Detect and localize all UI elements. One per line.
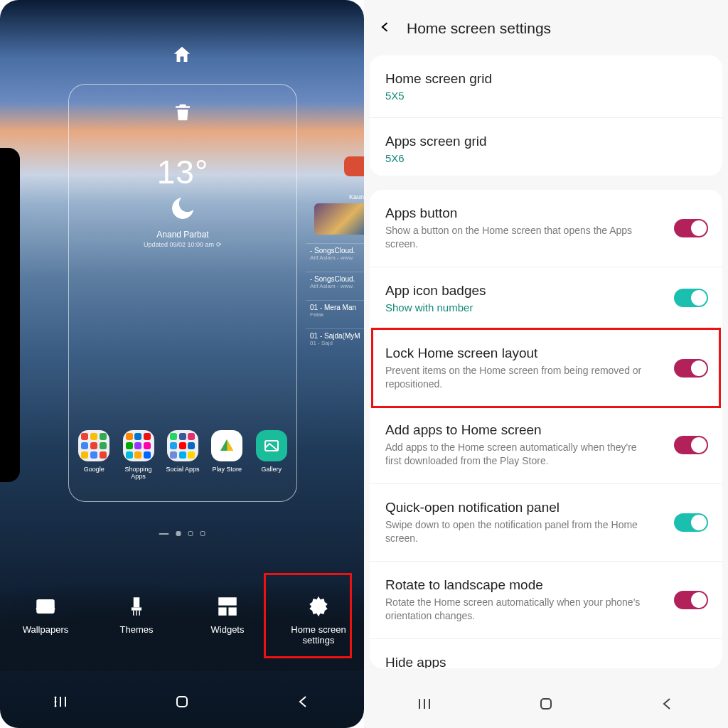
back-icon[interactable]	[378, 20, 392, 37]
home-edit-pane: 13° Anand Parbat Updated 09/02 10:00 am …	[0, 0, 364, 728]
svg-rect-7	[218, 597, 237, 605]
setting-rotate-to-landscape-mode[interactable]: Rotate to landscape modeRotate the Home …	[370, 561, 722, 638]
peek-track[interactable]: - SongsCloud.Atif Aslam - www.	[306, 272, 364, 292]
peek-track[interactable]: - SongsCloud.Atif Aslam - www.	[306, 243, 364, 264]
setting-apps-screen-grid[interactable]: Apps screen grid5X6	[370, 117, 722, 176]
settings-card-options: Apps buttonShow a button on the Home scr…	[370, 190, 722, 668]
app-play-store[interactable]: Play Store	[206, 430, 247, 480]
edit-wallpaper-button[interactable]: Wallpapers	[6, 587, 85, 653]
apps-row: GoogleShopping AppsSocial AppsPlay Store…	[69, 430, 296, 480]
app-social-apps[interactable]: Social Apps	[162, 430, 203, 480]
home-button[interactable]	[537, 695, 555, 715]
setting-add-apps-to-home-screen[interactable]: Add apps to Home screenAdd apps to the H…	[370, 406, 722, 483]
toggle[interactable]	[674, 591, 708, 609]
peek-track[interactable]: 01 - Mera ManFalak	[306, 300, 364, 321]
setting-lock-home-screen-layout[interactable]: Lock Home screen layoutPrevent items on …	[370, 329, 722, 407]
edit-brush-button[interactable]: Themes	[97, 587, 176, 653]
weather-temp: 13°	[69, 153, 296, 191]
toggle[interactable]	[674, 359, 708, 378]
app-google[interactable]: Google	[73, 430, 114, 480]
toggle[interactable]	[674, 289, 708, 307]
toggle[interactable]	[674, 436, 708, 454]
recents-button[interactable]	[416, 695, 433, 715]
settings-pane: Home screen settings Home screen grid5X5…	[364, 0, 728, 728]
peek-track[interactable]: 01 - Sajda(MyM01 - Sajd	[306, 328, 364, 349]
setting-hide-apps[interactable]: Hide apps	[370, 638, 722, 669]
svg-rect-3	[132, 607, 141, 610]
peek-poster[interactable]	[314, 203, 364, 235]
weather-updated: Updated 09/02 10:00 am	[69, 241, 296, 248]
toggle[interactable]	[674, 219, 708, 237]
setting-apps-button[interactable]: Apps buttonShow a button on the Home scr…	[370, 190, 722, 267]
page-peek-right[interactable]: Kaun - SongsCloud.Atif Aslam - www.- Son…	[306, 148, 364, 482]
back-button[interactable]	[659, 695, 676, 715]
page-indicator[interactable]	[159, 531, 205, 536]
edit-row: WallpapersThemesWidgetsHome screen setti…	[0, 587, 364, 653]
back-button[interactable]	[295, 693, 312, 713]
app-gallery[interactable]: Gallery	[251, 430, 292, 480]
page-peek-left[interactable]	[0, 148, 20, 482]
app-shopping-apps[interactable]: Shopping Apps	[118, 430, 159, 480]
setting-app-icon-badges[interactable]: App icon badgesShow with number	[370, 267, 722, 329]
peek-notification-icon[interactable]	[344, 156, 364, 176]
moon-icon	[69, 191, 296, 225]
edit-gear-button[interactable]: Home screen settings	[279, 587, 358, 653]
settings-title: Home screen settings	[407, 20, 551, 37]
weather-widget[interactable]: 13° Anand Parbat Updated 09/02 10:00 am	[69, 153, 296, 248]
android-navbar	[364, 682, 728, 728]
toggle[interactable]	[674, 513, 708, 532]
svg-rect-18	[541, 699, 551, 709]
home-icon[interactable]	[171, 44, 193, 68]
svg-rect-14	[177, 697, 187, 707]
android-navbar	[0, 678, 364, 728]
svg-rect-9	[228, 607, 236, 615]
settings-header: Home screen settings	[364, 0, 728, 55]
weather-location: Anand Parbat	[69, 230, 296, 240]
home-page-frame[interactable]: 13° Anand Parbat Updated 09/02 10:00 am …	[68, 84, 297, 502]
setting-home-screen-grid[interactable]: Home screen grid5X5	[370, 55, 722, 117]
trash-icon[interactable]	[172, 102, 193, 126]
recents-button[interactable]	[52, 693, 69, 713]
home-button[interactable]	[173, 693, 191, 713]
peek-caption: Kaun	[349, 193, 364, 200]
edit-widgets-button[interactable]: Widgets	[188, 587, 267, 653]
setting-quick-open-notification-panel[interactable]: Quick-open notification panelSwipe down …	[370, 483, 722, 561]
svg-rect-2	[134, 597, 140, 607]
svg-rect-8	[218, 607, 226, 615]
settings-card-grids: Home screen grid5X5Apps screen grid5X6	[370, 55, 722, 176]
